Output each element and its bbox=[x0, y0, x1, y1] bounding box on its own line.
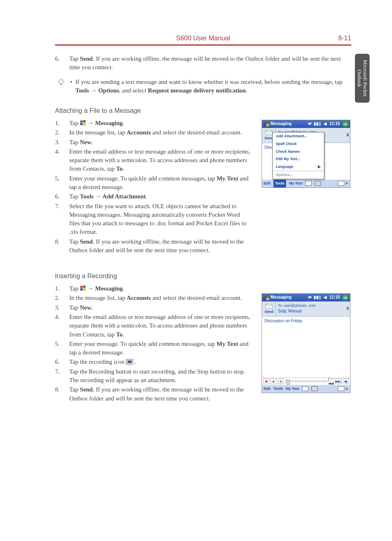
tip-bullet: • bbox=[67, 78, 75, 86]
screenshot-recording: Messaging ⇄ ▮▮▯ ◀ 11:15 ok Send bbox=[262, 293, 350, 393]
play-button[interactable]: ▶ bbox=[278, 378, 284, 384]
svg-point-0 bbox=[59, 79, 63, 84]
bottom-edit[interactable]: Edit bbox=[264, 386, 271, 391]
submenu-arrow-icon: ▶ bbox=[318, 164, 321, 169]
list-item: 3. Tap New. bbox=[55, 138, 254, 147]
rewind-button[interactable]: |◀◀ bbox=[328, 378, 334, 384]
page-header: S600 User Manual 8-11 bbox=[55, 35, 351, 44]
record-button[interactable]: ● bbox=[263, 378, 269, 384]
windows-start-icon bbox=[80, 285, 86, 291]
svg-rect-2 bbox=[83, 120, 86, 123]
menu-item-options[interactable]: Options... bbox=[273, 171, 324, 179]
list-item: 1. Tap → Messaging. bbox=[55, 284, 254, 293]
svg-rect-7 bbox=[264, 124, 266, 126]
list-item: 6. Tap Send. If you are working offline,… bbox=[55, 55, 351, 72]
manual-title: S600 User Manual bbox=[176, 35, 230, 42]
menu-item-add-attachment[interactable]: Add Attachment... bbox=[273, 132, 324, 140]
sync-icon: ⇄ bbox=[308, 295, 311, 300]
svg-rect-12 bbox=[80, 288, 83, 291]
shot-subj-field[interactable]: Subj: Manual bbox=[278, 308, 346, 314]
volume-icon: ◀ bbox=[324, 295, 327, 300]
bottom-tools[interactable]: Tools bbox=[273, 180, 286, 187]
record-toolbar-icon bbox=[126, 359, 133, 365]
up-arrow-icon[interactable]: ▲ bbox=[345, 386, 348, 391]
tip-body: If you are sending a text message and wa… bbox=[75, 78, 351, 95]
list-item: 3. Tap New. bbox=[55, 303, 254, 312]
recording-toolbar: ● ■ ▶ |◀◀ ▶▶| ◀| bbox=[262, 378, 350, 385]
svg-rect-16 bbox=[264, 298, 266, 300]
ok-button[interactable]: ok bbox=[342, 295, 348, 301]
list-item: 6. Tap Tools → Add Attachment. bbox=[55, 192, 254, 201]
record-toolbar-icon[interactable] bbox=[311, 386, 318, 391]
sync-icon: ⇄ bbox=[308, 121, 311, 127]
windows-start-icon bbox=[264, 121, 269, 127]
list-item: 8. Tap Send. If you are working offline,… bbox=[55, 385, 254, 403]
record-toolbar-icon[interactable] bbox=[315, 181, 321, 186]
volume-icon: ◀ bbox=[324, 121, 327, 127]
signal-icon: ▮▮▯ bbox=[314, 121, 321, 127]
page-number: 8-11 bbox=[338, 35, 351, 42]
ok-button[interactable]: ok bbox=[342, 121, 348, 127]
bottom-mytext[interactable]: My Text bbox=[289, 181, 302, 186]
bottom-tools[interactable]: Tools bbox=[273, 386, 283, 391]
tools-menu: Add Attachment... Spell Check Check Name… bbox=[272, 132, 324, 179]
shot-titlebar: Messaging ⇄ ▮▮▯ ◀ 11:15 ok bbox=[262, 120, 350, 128]
menu-item-check-names[interactable]: Check Names bbox=[273, 148, 324, 156]
expand-icon[interactable]: ¥ bbox=[346, 132, 349, 138]
expand-icon[interactable]: ¥ bbox=[346, 306, 349, 312]
svg-rect-17 bbox=[266, 298, 269, 300]
shot-titlebar: Messaging ⇄ ▮▮▯ ◀ 11:15 ok bbox=[262, 294, 350, 301]
svg-rect-3 bbox=[80, 123, 83, 125]
svg-rect-5 bbox=[264, 122, 266, 123]
shot-bottombar: Edit Tools My Text ▲ bbox=[262, 385, 350, 393]
forward-button[interactable]: ▶▶| bbox=[335, 378, 341, 384]
svg-rect-8 bbox=[266, 124, 269, 126]
windows-start-icon bbox=[80, 120, 86, 126]
list-item: 5. Enter your message. To quickly add co… bbox=[55, 174, 254, 192]
signal-icon: ▮▮▯ bbox=[314, 295, 321, 300]
shot-app-title: Messaging bbox=[271, 121, 292, 127]
menu-item-spell-check[interactable]: Spell Check bbox=[273, 140, 324, 148]
bottom-edit[interactable]: Edit bbox=[264, 181, 271, 186]
svg-rect-4 bbox=[83, 123, 86, 125]
list-item: 2. In the message list, tap Accounts and… bbox=[55, 128, 254, 137]
menu-item-language[interactable]: Language▶ bbox=[273, 163, 324, 171]
list-number: 6. bbox=[55, 55, 69, 72]
menu-item-edit-my-text[interactable]: Edit My Text... bbox=[273, 155, 324, 163]
stop-button[interactable]: ■ bbox=[271, 378, 277, 384]
play-slider[interactable] bbox=[285, 380, 327, 382]
list-item: 4. Enter the email address or text messa… bbox=[55, 313, 254, 339]
bottom-mytext[interactable]: My Text bbox=[286, 386, 299, 391]
list-item: 7. Select the file you want to attach. O… bbox=[55, 202, 254, 237]
header-rule bbox=[55, 44, 351, 46]
screenshot-attach: Messaging ⇄ ▮▮▯ ◀ 11:15 ok Send bbox=[262, 120, 350, 188]
shot-fields: Send To: user@domain .com Subj: Manual ¥ bbox=[262, 301, 350, 317]
shot-app-title: Messaging bbox=[271, 295, 292, 300]
send-button[interactable]: Send bbox=[263, 302, 275, 315]
list-body: Tap Send. If you are working offline, th… bbox=[69, 55, 351, 72]
list-item: 7. Tap the Recording button to start rec… bbox=[55, 367, 254, 385]
svg-rect-10 bbox=[80, 286, 83, 288]
section-title-attach: Attaching a File to a Message bbox=[55, 106, 351, 116]
section-title-recording: Inserting a Recording bbox=[55, 272, 351, 281]
list-item: 6. Tap the recording icon . bbox=[55, 358, 254, 366]
shot-bottombar: Edit Tools My Text ▲ bbox=[262, 180, 350, 187]
keyboard-icon[interactable] bbox=[338, 386, 344, 391]
sip-icon[interactable] bbox=[305, 181, 312, 186]
up-arrow-icon[interactable]: ▲ bbox=[345, 181, 348, 186]
svg-rect-11 bbox=[83, 286, 86, 288]
list-item: 1. Tap → Messaging. bbox=[55, 119, 254, 128]
volume-button[interactable]: ◀| bbox=[343, 378, 349, 384]
sip-icon[interactable] bbox=[302, 386, 308, 391]
lightbulb-icon bbox=[55, 78, 67, 88]
list-item: 8. Tap Send. If you are working offline,… bbox=[55, 238, 254, 255]
svg-rect-13 bbox=[83, 288, 86, 291]
keyboard-icon[interactable] bbox=[338, 181, 344, 186]
shot-body[interactable]: Discussion on Friday bbox=[262, 317, 350, 378]
shot-time: 11:15 bbox=[329, 121, 340, 127]
list-item: 4. Enter the email address or text messa… bbox=[55, 147, 254, 174]
shot-to-field[interactable]: To: user@domain .com bbox=[278, 303, 346, 308]
svg-rect-15 bbox=[266, 295, 269, 297]
windows-start-icon bbox=[264, 295, 269, 301]
svg-rect-1 bbox=[80, 121, 83, 123]
